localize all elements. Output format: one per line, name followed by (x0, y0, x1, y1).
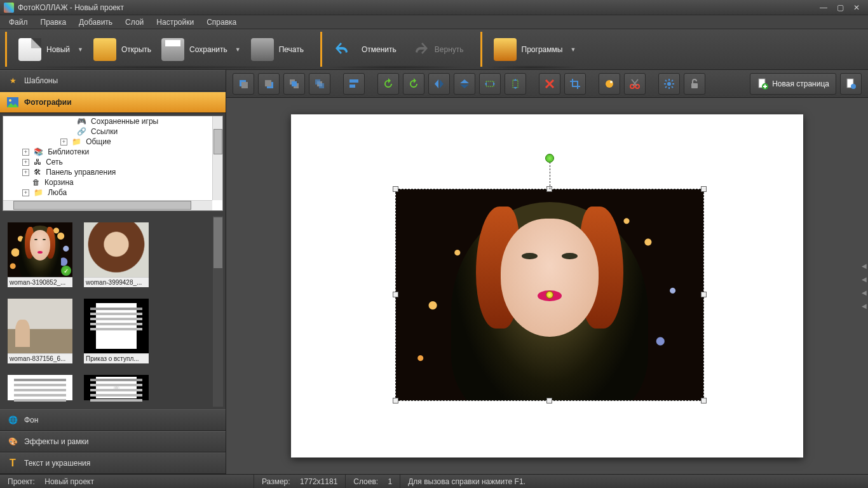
bring-front-button[interactable] (283, 73, 305, 95)
resize-handle-bl[interactable] (393, 398, 398, 403)
svg-line-25 (665, 80, 667, 81)
thumbnail-item[interactable]: woman-3999428_... (84, 222, 149, 287)
status-layers: Слоев: 1 (346, 475, 400, 488)
thumbnail-item[interactable]: ✓ woman-3190852_... (8, 222, 72, 287)
resize-handle-br[interactable] (701, 398, 707, 403)
svg-point-33 (851, 84, 856, 89)
palette-icon: 🎨 (6, 435, 19, 448)
rotation-stem (550, 159, 550, 189)
cut-button[interactable] (624, 73, 646, 95)
new-file-icon (18, 38, 41, 61)
tree-item-recycle[interactable]: 🗑 Корзина (3, 177, 222, 187)
thumbnail-caption: woman-3999428_... (84, 277, 149, 287)
align-button[interactable] (343, 73, 365, 95)
delete-button[interactable] (539, 73, 560, 95)
rotation-handle[interactable] (545, 154, 554, 163)
tree-item-user[interactable]: + 📁 Люба (3, 187, 222, 198)
chevron-down-icon[interactable]: ▼ (78, 46, 83, 53)
sidebar: ★ Шаблоны Фотографии 🎮 Сохраненные игры … (0, 70, 226, 474)
redo-button[interactable]: Вернуть (402, 36, 469, 64)
settings-button[interactable] (658, 73, 680, 95)
lock-button[interactable] (684, 73, 705, 95)
svg-rect-12 (349, 79, 358, 83)
floppy-disk-icon (161, 38, 184, 61)
canvas-area: Новая страница (226, 70, 868, 474)
thumbnail-item[interactable]: woman-837156_6... (8, 299, 72, 363)
thumbnail-grid: ✓ woman-3190852_... woman-3999428_... wo… (3, 216, 223, 407)
print-button[interactable]: Печать (246, 36, 309, 64)
tree-item-shared[interactable]: + 📁 Общие (3, 137, 222, 147)
tree-scrollbar-vertical[interactable] (212, 116, 222, 200)
new-button[interactable]: Новый ▼ (13, 36, 88, 64)
chevron-down-icon[interactable]: ▼ (235, 46, 241, 53)
save-button[interactable]: Сохранить ▼ (156, 36, 246, 64)
expand-icon[interactable]: + (22, 149, 29, 156)
panel-photos[interactable]: Фотографии (0, 92, 226, 113)
resize-handle-bm[interactable] (546, 398, 552, 403)
page[interactable] (291, 114, 803, 458)
resize-handle-tl[interactable] (393, 186, 398, 192)
expand-icon[interactable]: + (22, 169, 29, 176)
menu-file[interactable]: Файл (3, 16, 34, 29)
folder-icon: 📁 (34, 188, 43, 197)
thumbnail-caption: woman-3190852_... (8, 277, 72, 287)
panel-background[interactable]: 🌐 Фон (0, 409, 226, 431)
menu-settings[interactable]: Настройки (150, 16, 200, 29)
thumbnail-item[interactable]: Приказ о вступл... (84, 299, 149, 363)
undo-button[interactable]: Отменить (329, 36, 402, 64)
rotate-left-button[interactable] (377, 73, 399, 95)
tree-item-network[interactable]: + 🖧 Сеть (3, 157, 222, 167)
flip-vertical-button[interactable] (454, 73, 475, 95)
tree-item-libraries[interactable]: + 📚 Библиотеки (3, 147, 222, 157)
selection-box[interactable] (395, 189, 704, 401)
page-settings-button[interactable] (840, 73, 862, 95)
tree-item-saved-games[interactable]: 🎮 Сохраненные игры (3, 116, 222, 126)
svg-point-20 (667, 82, 671, 86)
maximize-button[interactable]: ▢ (832, 3, 848, 13)
panel-templates[interactable]: ★ Шаблоны (0, 70, 226, 92)
side-expander[interactable]: ◀ ◀ ◀ ◀ (862, 262, 867, 309)
chevron-left-icon[interactable]: ◀ (862, 276, 867, 283)
svg-line-27 (665, 86, 667, 88)
adjust-button[interactable] (599, 73, 620, 95)
tree-scrollbar-horizontal[interactable] (3, 200, 212, 210)
crop-button[interactable] (564, 73, 586, 95)
close-button[interactable]: ✕ (849, 3, 864, 13)
resize-handle-mr[interactable] (701, 292, 707, 297)
chevron-left-icon[interactable]: ◀ (862, 262, 867, 269)
resize-handle-ml[interactable] (393, 292, 398, 297)
expand-icon[interactable]: + (22, 159, 29, 166)
expand-icon[interactable]: + (60, 139, 67, 146)
open-button[interactable]: Открыть (88, 36, 156, 64)
tree-item-links[interactable]: 🔗 Ссылки (3, 126, 222, 137)
flip-horizontal-button[interactable] (428, 73, 450, 95)
panel-effects[interactable]: 🎨 Эффекты и рамки (0, 431, 226, 452)
panel-text[interactable]: T Текст и украшения (0, 452, 226, 474)
expand-icon[interactable]: + (22, 189, 29, 196)
chevron-down-icon[interactable]: ▼ (570, 46, 576, 53)
tree-item-control-panel[interactable]: + 🛠 Панель управления (3, 167, 222, 177)
fit-width-button[interactable] (479, 73, 501, 95)
menu-layer[interactable]: Слой (119, 16, 150, 29)
menu-add[interactable]: Добавить (72, 16, 119, 29)
menu-help[interactable]: Справка (200, 16, 243, 29)
folder-tree[interactable]: 🎮 Сохраненные игры 🔗 Ссылки + 📁 Общие + … (3, 116, 223, 211)
canvas-viewport[interactable]: ◀ ◀ ◀ ◀ (226, 98, 868, 474)
menu-edit[interactable]: Правка (34, 16, 73, 29)
chevron-left-icon[interactable]: ◀ (862, 289, 867, 296)
thumbnail-scrollbar[interactable] (213, 216, 223, 407)
thumbnail-item[interactable]: ◉ (84, 375, 149, 400)
programs-button[interactable]: Программы ▼ (489, 36, 581, 64)
chevron-left-icon[interactable]: ◀ (862, 302, 867, 309)
center-point-handle[interactable] (546, 291, 553, 299)
new-page-button[interactable]: Новая страница (750, 73, 836, 95)
new-label: Новый (46, 45, 70, 54)
resize-handle-tr[interactable] (701, 186, 707, 192)
thumbnail-item[interactable] (8, 375, 72, 400)
send-back-button[interactable] (309, 73, 330, 95)
minimize-button[interactable]: — (816, 3, 831, 13)
send-backward-button[interactable] (258, 73, 280, 95)
rotate-right-button[interactable] (403, 73, 424, 95)
fit-height-button[interactable] (505, 73, 526, 95)
bring-forward-button[interactable] (233, 73, 254, 95)
